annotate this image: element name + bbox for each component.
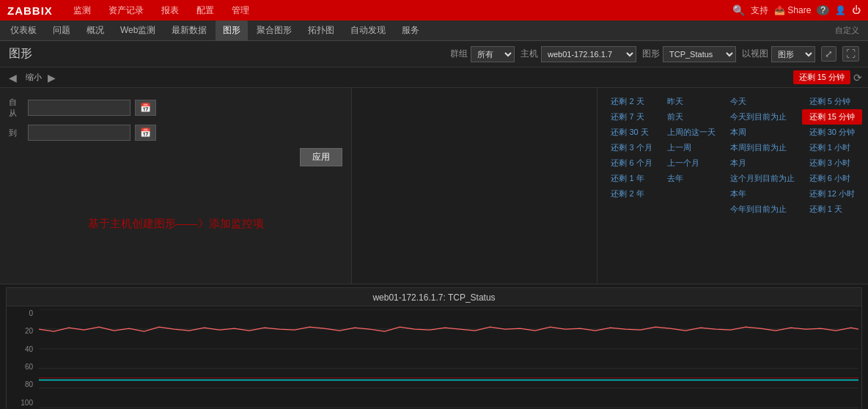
quick-link-item[interactable]: 还剩 12 小时 — [802, 186, 862, 202]
customize-label: 自定义 — [835, 25, 865, 36]
topbar-right: 🔍 支持 📤 Share ? 👤 ⏻ — [732, 4, 861, 17]
help-icon[interactable]: ? — [817, 5, 829, 15]
tab-latest[interactable]: 最新数据 — [164, 21, 214, 41]
graph-placeholder-area: 基于主机创建图形——》添加监控项 — [9, 172, 342, 275]
tab-web[interactable]: Web监测 — [113, 21, 163, 41]
host-select[interactable]: web01-172.16.1.7 — [541, 46, 636, 62]
fullscreen-icon[interactable]: ⛶ — [842, 46, 859, 62]
share-link[interactable]: 📤 Share — [774, 5, 811, 15]
quick-link-item[interactable]: 还剩 2 天 — [603, 94, 659, 109]
y-label-0: 0 — [29, 309, 33, 317]
y-label-80: 80 — [25, 380, 33, 388]
search-icon[interactable]: 🔍 — [732, 4, 745, 16]
quick-link-item[interactable]: 今年到目前为止 — [723, 202, 802, 217]
y-axis: 120 100 80 60 40 20 0 — [7, 306, 36, 409]
group-selector: 群组 所有 — [450, 46, 515, 62]
to-row: 到 now 📅 — [9, 125, 342, 141]
view-label: 以视图 — [742, 48, 768, 60]
graph-canvas: 120 100 80 60 40 20 0 — [7, 306, 861, 409]
quick-link-item[interactable]: 去年 — [660, 171, 723, 186]
y-label-100: 100 — [21, 399, 33, 407]
next-arrow[interactable]: ▶ — [45, 72, 59, 84]
quick-links: 还剩 2 天昨天今天还剩 5 分钟还剩 7 天前天今天到目前为止还剩 15 分钟… — [597, 88, 868, 284]
nav-row: ◀ 缩小 ▶ 还剩 15 分钟 ⟳ — [0, 67, 868, 88]
prev-arrow[interactable]: ◀ — [6, 72, 20, 84]
header-controls: 群组 所有 主机 web01-172.16.1.7 图形 TCP_Status … — [450, 46, 859, 62]
tab-discovery[interactable]: 自动发现 — [343, 21, 393, 41]
view-selector: 以视图 图形 — [742, 46, 815, 62]
user-icon[interactable]: 👤 — [835, 5, 846, 15]
quick-link-item[interactable]: 还剩 2 年 — [603, 186, 659, 202]
support-link[interactable]: 支持 — [751, 4, 768, 17]
quick-link-item[interactable]: 还剩 3 小时 — [802, 155, 862, 171]
topbar: ZABBIX 监测 资产记录 报表 配置 管理 🔍 支持 📤 Share ? 👤… — [0, 0, 868, 21]
graph-select[interactable]: TCP_Status — [663, 46, 736, 62]
quick-link-item[interactable]: 还剩 30 分钟 — [802, 125, 862, 140]
power-icon[interactable]: ⏻ — [852, 5, 861, 15]
quick-link-item[interactable]: 上周的这一天 — [660, 125, 723, 140]
tab-services[interactable]: 服务 — [394, 21, 427, 41]
graph-svg — [39, 309, 858, 409]
quick-link-item[interactable]: 还剩 30 天 — [603, 125, 659, 140]
quick-link-item[interactable]: 还剩 3 个月 — [603, 140, 659, 155]
quick-link-item[interactable] — [660, 202, 723, 217]
quick-link-item[interactable]: 还剩 7 天 — [603, 109, 659, 125]
nav-admin[interactable]: 管理 — [229, 3, 252, 18]
quick-link-item[interactable]: 上一周 — [660, 140, 723, 155]
quick-link-item[interactable]: 还剩 6 小时 — [802, 171, 862, 186]
quick-link-item[interactable]: 还剩 6 个月 — [603, 155, 659, 171]
tab-graphs[interactable]: 图形 — [216, 21, 248, 41]
page-header: 图形 群组 所有 主机 web01-172.16.1.7 图形 TCP_Stat… — [0, 41, 868, 67]
nav-reports[interactable]: 报表 — [158, 3, 182, 18]
second-nav: 仪表板 问题 概况 Web监测 最新数据 图形 聚合图形 拓扑图 自动发现 服务… — [0, 21, 868, 41]
host-label: 主机 — [521, 48, 538, 60]
quick-link-item[interactable] — [660, 186, 723, 202]
quick-link-item[interactable]: 本周到目前为止 — [723, 140, 802, 155]
group-select[interactable]: 所有 — [471, 46, 515, 62]
quick-link-item[interactable]: 上一个月 — [660, 155, 723, 171]
quick-link-item[interactable] — [603, 202, 659, 217]
expand-icon[interactable]: ⤢ — [821, 46, 836, 62]
quick-link-item[interactable]: 本周 — [723, 125, 802, 140]
quick-link-item[interactable]: 今天 — [723, 94, 802, 109]
y-label-20: 20 — [25, 327, 33, 335]
quick-link-item[interactable]: 还剩 1 小时 — [802, 140, 862, 155]
quick-link-item[interactable]: 本年 — [723, 186, 802, 202]
quick-link-item[interactable]: 昨天 — [660, 94, 723, 109]
from-row: 自从 now-15m 📅 — [9, 97, 342, 119]
quick-link-item[interactable]: 前天 — [660, 109, 723, 125]
quick-link-item[interactable]: 本月 — [723, 155, 802, 171]
nav-assets[interactable]: 资产记录 — [106, 3, 147, 18]
graph-placeholder-text: 基于主机创建图形——》添加监控项 — [88, 217, 264, 231]
tab-maps[interactable]: 拓扑图 — [301, 21, 342, 41]
tab-dashboard[interactable]: 仪表板 — [3, 21, 44, 41]
quick-link-item[interactable]: 今天到目前为止 — [723, 109, 802, 125]
view-select[interactable]: 图形 — [771, 46, 815, 62]
to-calendar-button[interactable]: 📅 — [135, 125, 156, 141]
nav-monitor[interactable]: 监测 — [70, 3, 94, 18]
from-input[interactable]: now-15m — [28, 100, 130, 116]
tab-screens[interactable]: 聚合图形 — [249, 21, 299, 41]
graph-section: web01-172.16.1.7: TCP_Status 120 100 80 … — [6, 287, 862, 409]
refresh-icon[interactable]: ⟳ — [853, 72, 862, 84]
from-label: 自从 — [9, 97, 23, 119]
zoom-label: 缩小 — [26, 72, 42, 83]
main-area: 自从 now-15m 📅 到 now 📅 应用 基于主机创建图形——》添加监控项… — [0, 88, 868, 284]
to-input[interactable]: now — [28, 125, 130, 141]
tab-problems[interactable]: 问题 — [45, 21, 78, 41]
nav-config[interactable]: 配置 — [194, 3, 217, 18]
tab-overview[interactable]: 概况 — [79, 21, 111, 41]
quick-link-item[interactable]: 还剩 1 天 — [802, 202, 862, 217]
quick-link-item[interactable]: 还剩 5 分钟 — [802, 94, 862, 109]
app-logo: ZABBIX — [7, 4, 53, 17]
y-label-60: 60 — [25, 363, 33, 371]
from-calendar-button[interactable]: 📅 — [135, 100, 156, 116]
quick-link-item[interactable]: 还剩 1 年 — [603, 171, 659, 186]
apply-button[interactable]: 应用 — [300, 148, 342, 166]
quick-link-item[interactable]: 这个月到目前为止 — [723, 171, 802, 186]
quick-link-item[interactable]: 还剩 15 分钟 — [802, 109, 862, 125]
graph-label: 图形 — [642, 48, 660, 60]
time-picker: 自从 now-15m 📅 到 now 📅 应用 基于主机创建图形——》添加监控项 — [0, 88, 352, 284]
page-title: 图形 — [9, 46, 32, 62]
y-label-40: 40 — [25, 345, 33, 353]
